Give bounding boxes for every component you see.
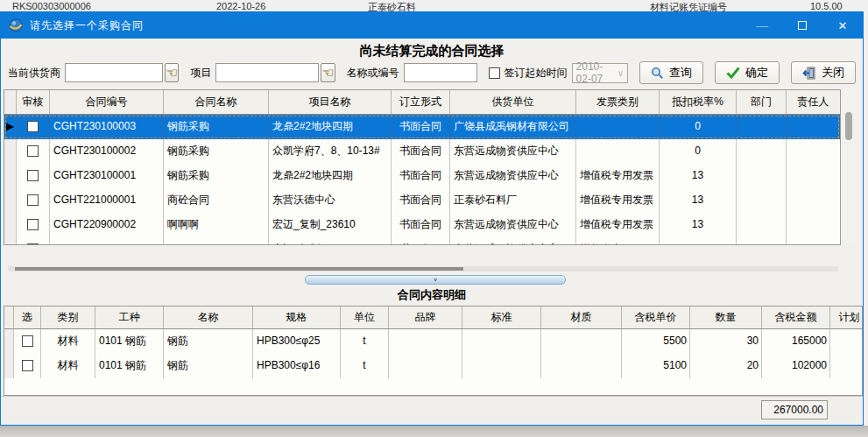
cell-check bbox=[17, 164, 50, 188]
column-header-brand[interactable]: 品牌 bbox=[389, 307, 462, 329]
details-grid: 选类别工种名称规格单位品牌标准材质含税单价数量含税金额计划材料0101 钢筋钢筋… bbox=[4, 306, 863, 396]
column-header-project[interactable]: 项目名称 bbox=[269, 90, 392, 115]
column-header-no[interactable]: 合同编号 bbox=[50, 90, 164, 115]
confirm-button-label: 确定 bbox=[745, 65, 768, 81]
start-date-dropdown[interactable]: 2010-02-07 ∨ bbox=[572, 63, 628, 83]
column-header-supplier[interactable]: 供货单位 bbox=[450, 90, 576, 115]
cell-check bbox=[14, 354, 41, 378]
row-checkbox[interactable] bbox=[22, 335, 33, 347]
detail-row[interactable]: 材料0101 钢筋钢筋HPB300≤φ16t510020102000 bbox=[4, 354, 862, 378]
cell-dept bbox=[737, 213, 787, 237]
project-input[interactable] bbox=[215, 63, 319, 82]
search-button[interactable]: 查询 bbox=[639, 61, 703, 84]
column-header-rate[interactable]: 抵扣税率% bbox=[660, 90, 737, 115]
row-checkbox[interactable] bbox=[27, 219, 39, 230]
column-header-name[interactable]: 合同名称 bbox=[164, 90, 269, 115]
cell-mat bbox=[541, 354, 622, 378]
cell-no: CGHT230100003 bbox=[50, 115, 164, 139]
close-icon: ✕ bbox=[838, 19, 848, 32]
column-header-price[interactable]: 含税单价 bbox=[622, 307, 690, 329]
scrollbar-thumb[interactable] bbox=[15, 267, 463, 271]
cell-supplier: 正泰砂石料厂 bbox=[450, 188, 576, 213]
cell-amount: 165000 bbox=[762, 329, 830, 354]
cell-mat bbox=[541, 329, 622, 354]
hand-pointer-icon: ☜ bbox=[322, 65, 334, 81]
column-header-cat[interactable]: 类别 bbox=[41, 307, 95, 329]
contracts-horizontal-scrollbar[interactable] bbox=[8, 266, 838, 271]
cell-dept bbox=[737, 139, 787, 164]
start-date-checkbox[interactable] bbox=[489, 67, 500, 79]
supplier-picker-button[interactable]: ☜ bbox=[165, 63, 179, 82]
cell-supplier: 东营远成物资供应中心 bbox=[450, 139, 576, 164]
splitter-handle[interactable]: ˅ bbox=[305, 275, 566, 285]
row-checkbox[interactable] bbox=[27, 243, 39, 245]
total-bar: 267000.00 bbox=[1, 396, 863, 422]
column-header-mat[interactable]: 材质 bbox=[541, 307, 622, 329]
close-button[interactable]: 关闭 bbox=[791, 61, 856, 84]
cell-invoice: 增值税专用发票 bbox=[576, 237, 660, 245]
cell-project: 宏迈_复制_23610 bbox=[269, 213, 392, 237]
row-checkbox[interactable] bbox=[27, 194, 39, 206]
minimize-icon: — bbox=[756, 18, 768, 32]
contract-row[interactable]: CGHT230100002钢筋采购众凯学府7、8、10-13#书面合同东营远成物… bbox=[4, 139, 840, 164]
cell-form: 书面合同 bbox=[392, 115, 450, 139]
row-indicator bbox=[4, 354, 14, 378]
cell-unit: t bbox=[341, 329, 389, 354]
cell-check bbox=[14, 329, 41, 354]
column-header-unit[interactable]: 单位 bbox=[341, 307, 389, 329]
contracts-vertical-scrollbar[interactable] bbox=[842, 89, 856, 245]
chevron-down-icon: ∨ bbox=[617, 68, 624, 78]
row-checkbox[interactable] bbox=[27, 145, 39, 157]
contract-row[interactable]: CGHT220900002啊啊啊宏迈_复制_23610书面合同东营远成物资供应中… bbox=[4, 213, 840, 237]
column-header-check[interactable]: 选 bbox=[14, 307, 41, 329]
contract-row[interactable]: ▶CGHT230100003钢筋采购龙鼎2#2地块四期书面合同广饶县成禹钢材有限… bbox=[4, 115, 840, 139]
cell-person bbox=[787, 139, 841, 164]
grid-header-row: 选类别工种名称规格单位品牌标准材质含税单价数量含税金额计划 bbox=[4, 307, 862, 329]
detail-row[interactable]: 材料0101 钢筋钢筋HPB300≤φ25t550030165000 bbox=[4, 329, 862, 354]
confirm-button[interactable]: 确定 bbox=[715, 61, 780, 84]
cell-std bbox=[462, 354, 541, 378]
cell-supplier: 东营远成物资供应中心 bbox=[450, 213, 576, 237]
minimize-button[interactable]: — bbox=[742, 12, 782, 39]
start-date-value: 2010-02-07 bbox=[576, 60, 617, 85]
cell-spec: HPB300≤φ25 bbox=[253, 329, 341, 354]
row-indicator bbox=[4, 188, 17, 213]
cell-name: 钢筋采购 bbox=[164, 164, 269, 188]
background-text-fragment: 正泰砂石料 bbox=[368, 1, 416, 11]
contract-select-dialog: 请先选择一个采购合同 — ✕ 尚未结算完成的合同选择 当前供货商 ☜ bbox=[0, 11, 864, 426]
row-checkbox[interactable] bbox=[27, 170, 39, 181]
column-header-person[interactable]: 责任人 bbox=[787, 90, 841, 115]
cell-supplier: 广饶县成禹钢材有限公司 bbox=[450, 115, 576, 139]
close-window-button[interactable]: ✕ bbox=[822, 12, 863, 39]
column-header-qty[interactable]: 数量 bbox=[690, 307, 762, 329]
name-or-code-input[interactable] bbox=[404, 63, 477, 82]
cell-name: 钢筋 bbox=[164, 354, 253, 378]
contract-row[interactable]: CGHT221000001商砼合同东营沃德中心书面合同正泰砂石料厂增值税专用发票… bbox=[4, 188, 840, 213]
contract-row[interactable]: CGHT230100001钢筋采购龙鼎2#2地块四期书面合同东营远成物资供应中心… bbox=[4, 164, 840, 188]
row-indicator: ▶ bbox=[4, 115, 17, 139]
scrollbar-thumb[interactable] bbox=[845, 112, 852, 140]
maximize-icon bbox=[798, 21, 807, 30]
column-header-name[interactable]: 名称 bbox=[164, 307, 253, 329]
supplier-input[interactable] bbox=[65, 63, 163, 82]
row-checkbox[interactable] bbox=[22, 360, 33, 371]
check-icon bbox=[726, 67, 740, 79]
column-header-check[interactable]: 审核 bbox=[17, 90, 50, 115]
cell-check bbox=[17, 237, 50, 245]
search-icon bbox=[651, 67, 664, 80]
column-header-amount[interactable]: 含税金额 bbox=[762, 307, 830, 329]
row-checkbox[interactable] bbox=[27, 121, 39, 132]
project-picker-button[interactable]: ☜ bbox=[321, 63, 335, 82]
column-header-spec[interactable]: 规格 bbox=[253, 307, 341, 329]
column-header-dept[interactable]: 部门 bbox=[737, 90, 787, 115]
row-indicator bbox=[4, 164, 17, 188]
contract-row[interactable]: CGHT220900001啊啊啊宏迈_复制_23608书面合同东营远成物资供应中… bbox=[4, 237, 840, 245]
column-header-form[interactable]: 订立形式 bbox=[392, 90, 450, 115]
row-indicator bbox=[4, 213, 17, 237]
column-header-invoice[interactable]: 发票类别 bbox=[576, 90, 660, 115]
maximize-button[interactable] bbox=[782, 12, 822, 39]
column-header-trade[interactable]: 工种 bbox=[95, 307, 164, 329]
column-header-std[interactable]: 标准 bbox=[462, 307, 541, 329]
cell-price: 5100 bbox=[622, 354, 690, 378]
column-header-plan[interactable]: 计划 bbox=[830, 307, 863, 329]
